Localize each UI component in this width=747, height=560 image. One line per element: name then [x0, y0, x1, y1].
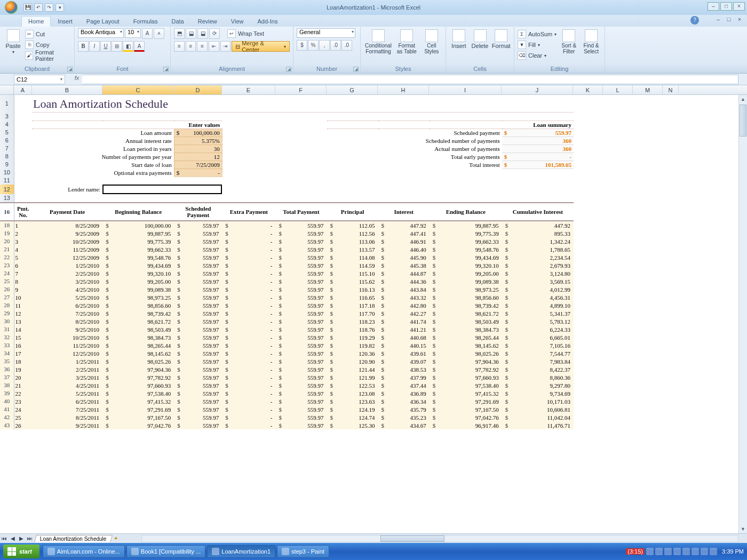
row-header[interactable]: 41 — [0, 405, 14, 413]
row-header[interactable]: 36 — [0, 365, 14, 373]
row-header[interactable]: 19 — [0, 229, 14, 237]
font-size-dropdown[interactable]: 10 — [125, 28, 141, 38]
align-right-button[interactable]: ≡ — [197, 41, 208, 52]
input-value[interactable]: $- — [174, 169, 222, 177]
tab-data[interactable]: Data — [164, 16, 190, 27]
tray-icon[interactable] — [664, 548, 672, 555]
horizontal-scrollbar[interactable] — [141, 535, 738, 542]
row-header[interactable]: 40 — [0, 397, 14, 405]
delete-cells-button[interactable]: Delete — [471, 28, 490, 49]
input-value[interactable]: 7/25/2009 — [174, 161, 222, 169]
row-header[interactable]: 22 — [0, 253, 14, 261]
tray-icon[interactable] — [682, 548, 690, 555]
redo-icon[interactable]: ↷ — [45, 3, 53, 12]
align-center-button[interactable]: ≡ — [186, 41, 196, 52]
sheet-tab[interactable]: Loan Amortization Schedule — [34, 535, 112, 542]
row-header[interactable]: 9 — [0, 161, 14, 169]
font-dialog-launcher[interactable]: ◢ — [163, 67, 169, 72]
row-header[interactable]: 37 — [0, 373, 14, 381]
orientation-button[interactable]: ⟳ — [209, 28, 220, 39]
col-header-L[interactable]: L — [603, 85, 633, 94]
col-header-H[interactable]: H — [378, 85, 429, 94]
input-value[interactable]: 5.375% — [174, 137, 222, 145]
row-header[interactable]: 3 — [0, 113, 14, 121]
input-value[interactable]: 12 — [174, 153, 222, 161]
tab-view[interactable]: View — [224, 16, 251, 27]
office-button[interactable] — [2, 0, 20, 15]
col-header-B[interactable]: B — [32, 85, 102, 94]
sort-filter-button[interactable]: Sort & Filter — [559, 28, 579, 54]
tab-nav-prev[interactable]: ◀ — [9, 535, 17, 541]
wrap-text-button[interactable]: ↩Wrap Text — [227, 29, 264, 38]
close-button[interactable]: × — [733, 2, 745, 11]
taskbar-item[interactable]: Book1 [Compatibility ... — [126, 545, 206, 558]
row-header[interactable]: 38 — [0, 381, 14, 389]
name-box[interactable]: C12 — [14, 75, 65, 84]
indent-increase-button[interactable]: ⇥ — [220, 41, 231, 52]
format-cells-button[interactable]: Format — [491, 28, 511, 49]
col-header-I[interactable]: I — [429, 85, 502, 94]
tab-nav-next[interactable]: ▶ — [17, 535, 26, 541]
doc-close-button[interactable]: × — [735, 16, 744, 23]
currency-button[interactable]: $ — [297, 40, 307, 51]
comma-button[interactable]: , — [319, 40, 330, 51]
font-color-button[interactable]: A — [134, 41, 145, 52]
row-header[interactable]: 24 — [0, 269, 14, 277]
row-header[interactable]: 18 — [0, 221, 14, 229]
tray-icon[interactable] — [701, 548, 708, 555]
tab-nav-first[interactable]: ⏮ — [0, 535, 9, 541]
minimize-button[interactable]: – — [708, 2, 719, 11]
grow-font-button[interactable]: A — [142, 28, 153, 39]
row-header[interactable]: 13 — [0, 194, 14, 203]
lender-name-input[interactable] — [102, 185, 222, 194]
tray-icon[interactable] — [692, 548, 699, 555]
col-header-A[interactable]: A — [14, 85, 32, 94]
row-header[interactable]: 43 — [0, 421, 14, 429]
row-header[interactable]: 12 — [0, 185, 14, 194]
autosum-button[interactable]: ΣAutoSum▾ — [518, 29, 557, 39]
row-header[interactable]: 31 — [0, 325, 14, 333]
number-format-dropdown[interactable]: General — [297, 28, 355, 38]
number-dialog-launcher[interactable]: ◢ — [353, 67, 359, 72]
tab-add-ins[interactable]: Add-Ins — [250, 16, 284, 27]
col-header-M[interactable]: M — [633, 85, 663, 94]
tray-icon[interactable] — [673, 548, 681, 555]
row-header[interactable]: 7 — [0, 145, 14, 153]
align-middle-button[interactable]: ⬓ — [186, 28, 196, 39]
clock[interactable]: 3:39 PM — [722, 548, 744, 555]
tab-formulas[interactable]: Formulas — [126, 16, 165, 27]
percent-button[interactable]: % — [308, 40, 319, 51]
input-value[interactable]: $100,000.00 — [174, 129, 222, 137]
row-header[interactable]: 32 — [0, 333, 14, 341]
col-header-G[interactable]: G — [327, 85, 378, 94]
col-header-J[interactable]: J — [502, 85, 573, 94]
font-name-dropdown[interactable]: Book Antiqua — [78, 28, 124, 38]
cut-button[interactable]: ✂Cut — [25, 29, 71, 39]
doc-minimize-button[interactable]: – — [714, 16, 722, 23]
fill-button[interactable]: ▼Fill▾ — [518, 40, 557, 50]
paste-button[interactable]: Paste▾ — [3, 28, 23, 54]
align-bottom-button[interactable]: ⬓ — [197, 28, 208, 39]
worksheet-grid[interactable]: 1Loan Amortization Schedule34Enter value… — [0, 95, 747, 533]
tab-page-layout[interactable]: Page Layout — [80, 16, 126, 27]
row-header[interactable]: 35 — [0, 357, 14, 365]
row-header[interactable]: 26 — [0, 285, 14, 293]
start-button[interactable]: start — [3, 545, 39, 558]
cell-styles-button[interactable]: Cell Styles — [420, 28, 442, 54]
tab-insert[interactable]: Insert — [51, 16, 80, 27]
fill-color-button[interactable]: ◧ — [123, 41, 133, 52]
taskbar-item[interactable]: AimLoan.com - Online... — [43, 545, 125, 558]
col-header-N[interactable]: N — [663, 85, 679, 94]
border-button[interactable]: ⊞ — [112, 41, 122, 52]
row-header[interactable]: 8 — [0, 153, 14, 161]
scroll-down-icon[interactable]: ▼ — [739, 525, 747, 533]
row-header[interactable]: 29 — [0, 309, 14, 317]
taskbar-item[interactable]: LoanAmortization1 — [207, 545, 275, 558]
row-header[interactable]: 27 — [0, 293, 14, 301]
alignment-dialog-launcher[interactable]: ◢ — [286, 67, 291, 72]
fx-button[interactable]: fx — [71, 75, 82, 84]
format-as-table-button[interactable]: Format as Table — [395, 28, 418, 54]
align-left-button[interactable]: ≡ — [174, 41, 185, 52]
row-header[interactable]: 33 — [0, 341, 14, 349]
qat-customize-icon[interactable]: ▾ — [55, 3, 64, 12]
